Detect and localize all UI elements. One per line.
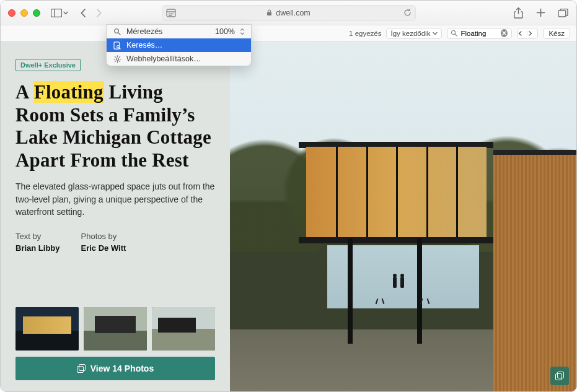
svg-line-20 (119, 56, 120, 57)
svg-line-21 (115, 61, 115, 61)
find-mode-select[interactable]: Így kezdődik (386, 28, 442, 39)
exclusive-badge[interactable]: Dwell+ Exclusive (15, 59, 81, 71)
menu-item-find[interactable]: Keresés… (107, 38, 251, 52)
svg-rect-7 (558, 11, 565, 17)
menu-zoom-label: Méretezés (126, 27, 162, 36)
reload-icon[interactable] (403, 9, 412, 17)
zoom-window-button[interactable] (33, 9, 40, 17)
address-bar[interactable]: dwell.com (162, 5, 416, 21)
menu-item-zoom[interactable]: Méretezés 100% (107, 25, 251, 38)
article-dek: The elevated glass-wrapped space juts ou… (15, 180, 215, 218)
find-bar: 1 egyezés Így kezdődik Kész (1, 25, 576, 41)
find-search-field[interactable] (447, 28, 512, 39)
svg-line-19 (119, 61, 120, 61)
svg-point-13 (116, 58, 118, 60)
window-controls (8, 9, 40, 17)
find-done-label: Kész (548, 30, 565, 37)
text-by-value[interactable]: Brian Libby (15, 243, 60, 253)
menu-zoom-value: 100% (215, 27, 235, 36)
minimize-window-button[interactable] (20, 9, 28, 17)
gallery-icon (77, 364, 86, 373)
gallery-icon (555, 372, 564, 380)
new-tab-icon[interactable] (534, 7, 547, 19)
view-photos-label: View 14 Photos (90, 364, 154, 373)
url-host: dwell.com (276, 9, 311, 17)
page-content: Dwell+ Exclusive A Floating Living Room … (1, 41, 576, 392)
page-settings-icon[interactable] (166, 9, 176, 17)
headline-pre: A (15, 81, 33, 103)
svg-line-18 (115, 56, 115, 57)
safari-window: dwell.com Méretezés 100% (0, 0, 577, 392)
photos-by-label: Photos by (81, 232, 126, 241)
find-step-buttons (517, 28, 538, 39)
find-page-icon (113, 41, 121, 50)
text-by-label: Text by (15, 232, 60, 241)
hero-image[interactable] (230, 41, 576, 392)
find-match-count: 1 egyezés (349, 30, 381, 37)
svg-rect-0 (51, 9, 62, 17)
svg-rect-6 (267, 12, 271, 16)
tab-overview-icon[interactable] (557, 7, 569, 19)
magnifier-icon (113, 28, 121, 35)
menu-settings-label: Webhelybeállítások… (126, 54, 201, 63)
clear-search-button[interactable] (501, 29, 508, 37)
byline: Text by Brian Libby Photos by Eric De Wi… (15, 232, 215, 253)
forward-button[interactable] (94, 7, 104, 19)
photo-thumbnails (15, 307, 215, 351)
photos-by-value[interactable]: Eric De Witt (81, 243, 126, 253)
titlebar: dwell.com (1, 1, 576, 25)
headline-highlight: Floating (33, 81, 104, 103)
close-window-button[interactable] (8, 9, 15, 17)
find-done-button[interactable]: Kész (543, 28, 570, 39)
expand-gallery-button[interactable] (550, 367, 569, 385)
stepper-icon[interactable] (240, 28, 245, 35)
magnifier-icon (451, 30, 457, 37)
sidebar-menu-chevron-icon[interactable] (63, 7, 69, 19)
thumbnail-1[interactable] (15, 307, 79, 351)
chevron-down-icon (433, 32, 438, 35)
svg-line-23 (455, 34, 457, 36)
find-input[interactable] (460, 30, 498, 37)
lock-icon (266, 9, 272, 16)
thumbnail-2[interactable] (84, 307, 147, 351)
article-headline: A Floating Living Room Sets a Family’s L… (15, 81, 215, 172)
menu-find-label: Keresés… (126, 41, 162, 50)
thumbnail-3[interactable] (152, 307, 215, 351)
back-button[interactable] (79, 7, 88, 19)
article-panel: Dwell+ Exclusive A Floating Living Room … (1, 41, 230, 392)
share-icon[interactable] (512, 7, 524, 19)
page-settings-menu: Méretezés 100% Keresés… Webhelybeállítás… (106, 24, 252, 66)
find-mode-label: Így kezdődik (390, 30, 430, 37)
find-prev-button[interactable] (518, 31, 527, 36)
sidebar-toggle-icon[interactable] (50, 7, 63, 19)
menu-item-site-settings[interactable]: Webhelybeállítások… (107, 52, 251, 66)
find-next-button[interactable] (527, 31, 537, 36)
svg-line-9 (118, 33, 120, 35)
gear-icon (113, 55, 121, 63)
view-photos-button[interactable]: View 14 Photos (15, 357, 215, 380)
